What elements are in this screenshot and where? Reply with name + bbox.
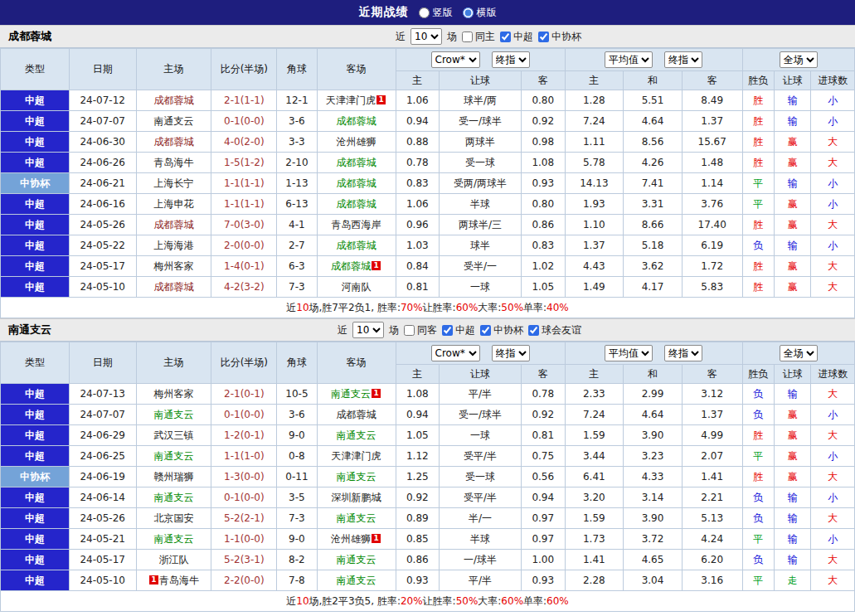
result-outcome: 平 xyxy=(742,446,774,467)
europe-draw-odds: 4.64 xyxy=(624,111,683,132)
bookmaker-select[interactable]: Crow* xyxy=(431,51,480,68)
match-score: 5-2(2-1) xyxy=(211,508,277,529)
layout-option-horizontal[interactable]: 横版 xyxy=(463,6,497,20)
away-team-cell: 深圳新鹏城 xyxy=(317,487,396,508)
europe-average-select[interactable]: 平均值 xyxy=(605,345,653,361)
result-goals: 大 xyxy=(811,153,855,173)
corner-score: 10-5 xyxy=(277,384,317,405)
europe-home-odds: 1.59 xyxy=(565,425,624,446)
result-goals: 大 xyxy=(811,215,855,235)
europe-home-odds: 1.93 xyxy=(565,194,624,215)
horizontal-layout-radio[interactable] xyxy=(463,7,474,18)
handicap-home-odds: 0.94 xyxy=(396,111,440,132)
filter-checkbox-1[interactable] xyxy=(442,325,453,336)
europe-home-odds: 1.41 xyxy=(565,550,624,570)
filter-option-3[interactable]: 球会友谊 xyxy=(528,323,581,337)
summary-segment-6: 大率: xyxy=(478,301,501,315)
summary-segment-2: 场,胜7平2负1, 胜率: xyxy=(309,301,401,315)
match-date: 24-05-17 xyxy=(69,550,136,570)
filter-option-2[interactable]: 中协杯 xyxy=(538,30,581,44)
handicap-line: 受一球 xyxy=(440,153,522,173)
corner-score: 3-3 xyxy=(277,132,317,153)
summary-segment-4: 让胜率: xyxy=(423,301,456,315)
bookmaker-select[interactable]: Crow* xyxy=(431,345,480,361)
handicap-line: 两球半 xyxy=(440,132,522,153)
europe-draw-odds: 8.66 xyxy=(624,215,683,235)
handicap-index-select[interactable]: 终指 xyxy=(492,345,530,361)
filter-checkbox-2[interactable] xyxy=(480,325,491,336)
match-row: 中超24-07-13梅州客家2-1(0-1)10-5南通支云11.08平/半0.… xyxy=(1,384,855,405)
scope-select[interactable]: 全场 xyxy=(780,51,818,68)
team-name: 南通支云 xyxy=(8,323,51,337)
match-row: 中超24-06-16上海申花1-1(1-1)6-13成都蓉城1.06半球0.80… xyxy=(1,194,855,215)
result-handicap: 输 xyxy=(774,550,810,570)
match-score: 0-1(0-0) xyxy=(211,405,277,425)
result-goals: 大 xyxy=(811,256,855,277)
europe-home-odds: 7.24 xyxy=(565,405,624,425)
home-team-cell: 成都蓉城 xyxy=(136,215,211,235)
away-team-name: 南通支云 xyxy=(337,429,376,441)
europe-draw-odds: 4.17 xyxy=(624,277,683,298)
result-handicap: 输 xyxy=(774,173,810,194)
match-date: 24-05-26 xyxy=(69,215,136,235)
result-goals: 大 xyxy=(811,425,855,446)
away-team-name: 沧州雄狮 xyxy=(331,533,371,545)
filter-option-1[interactable]: 中超 xyxy=(442,323,475,337)
filter-label: 同客 xyxy=(417,323,437,337)
corner-score: 3-6 xyxy=(277,405,317,425)
league-cell: 中超 xyxy=(1,256,70,277)
match-score: 1-1(1-0) xyxy=(211,446,277,467)
handicap-index-select[interactable]: 终指 xyxy=(492,51,530,68)
match-row: 中超24-06-30成都蓉城4-0(2-0)3-3沧州雄狮0.88两球半0.98… xyxy=(1,132,855,153)
match-date: 24-06-16 xyxy=(69,194,136,215)
filter-checkbox-0[interactable] xyxy=(404,325,415,336)
layout-option-vertical[interactable]: 竖版 xyxy=(419,6,453,20)
europe-index-select[interactable]: 终指 xyxy=(664,345,702,361)
league-cell: 中超 xyxy=(1,384,70,405)
home-team-cell: 南通支云 xyxy=(136,405,211,425)
filter-option-2[interactable]: 中协杯 xyxy=(480,323,523,337)
recent-count-select[interactable]: 10 xyxy=(352,322,384,338)
home-team-cell: 南通支云 xyxy=(136,529,211,550)
europe-col-1: 和 xyxy=(624,365,683,384)
result-goals: 小 xyxy=(811,90,855,111)
europe-index-select[interactable]: 终指 xyxy=(664,51,702,68)
europe-away-odds: 2.21 xyxy=(682,487,742,508)
scope-select[interactable]: 全场 xyxy=(780,345,818,361)
filter-option-1[interactable]: 中超 xyxy=(500,30,533,44)
europe-average-select[interactable]: 平均值 xyxy=(605,51,653,68)
filter-checkbox-1[interactable] xyxy=(500,32,511,42)
home-team-cell: 上海长宁 xyxy=(136,173,211,194)
match-score: 0-1(0-0) xyxy=(211,111,277,132)
handicap-col-0: 主 xyxy=(396,365,440,384)
away-team-cell: 天津津门虎1 xyxy=(317,90,396,111)
result-outcome: 负 xyxy=(742,487,774,508)
match-date: 24-06-25 xyxy=(69,446,136,467)
handicap-away-odds: 0.92 xyxy=(522,111,566,132)
home-team-name: 成都蓉城 xyxy=(154,281,194,293)
handicap-away-odds: 0.93 xyxy=(522,570,566,591)
away-team-cell: 南通支云 xyxy=(317,570,396,591)
filter-option-0[interactable]: 同主 xyxy=(462,30,495,44)
away-team-name: 河南队 xyxy=(342,281,372,293)
filter-checkbox-2[interactable] xyxy=(538,32,549,42)
league-cell: 中超 xyxy=(1,550,70,570)
corner-score: 2-7 xyxy=(277,235,317,256)
europe-draw-odds: 3.72 xyxy=(624,529,683,550)
match-row: 中协杯24-06-21上海长宁1-1(1-1)1-13成都蓉城0.83受两/两球… xyxy=(1,173,855,194)
match-date: 24-06-14 xyxy=(69,487,136,508)
filter-label: 中协杯 xyxy=(493,323,523,337)
match-row: 中超24-07-07南通支云0-1(0-0)3-6成都蓉城0.94受一/球半0.… xyxy=(1,405,855,425)
filter-checkbox-0[interactable] xyxy=(462,32,473,42)
match-row: 中超24-05-22上海海港2-0(0-0)2-7成都蓉城1.03球半0.831… xyxy=(1,235,855,256)
filter-checkbox-3[interactable] xyxy=(528,325,539,336)
filter-option-0[interactable]: 同客 xyxy=(404,323,437,337)
match-row: 中协杯24-06-19赣州瑞狮1-3(0-0)0-11南通支云1.25受一球0.… xyxy=(1,467,855,487)
handicap-home-odds: 1.12 xyxy=(396,446,440,467)
league-cell: 中超 xyxy=(1,425,70,446)
recent-count-select[interactable]: 10 xyxy=(410,28,442,45)
corner-score: 6-13 xyxy=(277,194,317,215)
vertical-layout-radio[interactable] xyxy=(419,7,430,18)
home-team-name: 南通支云 xyxy=(154,492,194,503)
section-header-1: 南通支云近10场同客中超中协杯球会友谊 xyxy=(0,318,855,342)
